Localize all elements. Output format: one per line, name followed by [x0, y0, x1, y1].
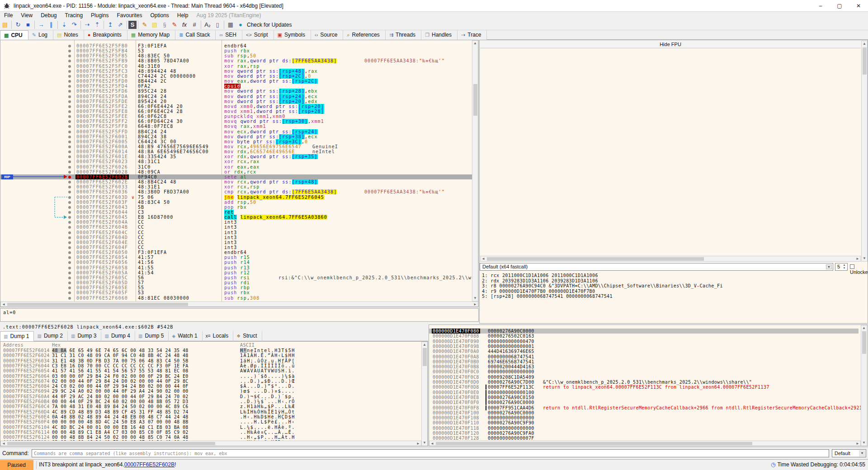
row-dot-icon[interactable]: [68, 146, 71, 148]
row-dot-icon[interactable]: [68, 75, 71, 78]
close-button[interactable]: ✕: [849, 0, 868, 12]
disasm-row[interactable]: 00007FF6E52F605E55push rbp: [0, 285, 472, 290]
row-dot-icon[interactable]: [68, 191, 71, 193]
disasm-row[interactable]: 00007FF6E52F5FD6895C24 28mov dword ptr s…: [0, 89, 472, 94]
menu-debug[interactable]: Debug: [37, 12, 61, 19]
run-icon[interactable]: →: [36, 20, 46, 30]
argument-line[interactable]: 1: rcx 2011000C1D1A1006 2011000C1D1A1006: [482, 273, 598, 278]
disasm-row[interactable]: 00007FF6E52F5FD40FA2cpuid: [0, 84, 472, 89]
tab-call-stack[interactable]: ≣Call Stack: [175, 30, 216, 40]
row-dot-icon[interactable]: [68, 256, 71, 259]
row-dot-icon[interactable]: [68, 80, 71, 83]
row-dot-icon[interactable]: [68, 171, 71, 174]
menu-options[interactable]: Options: [146, 12, 173, 19]
tab-notes[interactable]: ▤Notes: [53, 30, 84, 40]
row-dot-icon[interactable]: [68, 287, 71, 289]
disasm-row[interactable]: 00007FF6E52F6050F3:0F1EFAendbr64: [0, 250, 472, 255]
menu-plugins[interactable]: Plugins: [87, 12, 113, 19]
tab-threads[interactable]: ⇉Threads: [386, 30, 421, 40]
tab-dump-2[interactable]: ▥Dump 2: [34, 331, 67, 341]
stack-row[interactable]: 000000D1E470F08800000276502C0163: [429, 334, 859, 338]
stack-row[interactable]: 000000D1E470F0C00000000000000000: [429, 369, 859, 374]
tab-memory-map[interactable]: ▦Memory Map: [127, 30, 175, 40]
row-dot-icon[interactable]: [68, 50, 71, 52]
step-into-icon[interactable]: ⇣: [59, 20, 69, 30]
row-dot-icon[interactable]: [68, 226, 71, 229]
menu-help[interactable]: Help: [173, 12, 193, 19]
unlocked-checkbox[interactable]: Unlocked: [850, 264, 868, 275]
fx-icon[interactable]: fx: [179, 20, 189, 30]
stack-row[interactable]: 000000D1E470F0A80000000068747541: [429, 354, 859, 359]
disasm-row[interactable]: 00007FF6E52F5FB548:83EC 50sub rsp,50: [0, 53, 472, 58]
row-dot-icon[interactable]: [68, 131, 71, 133]
step-out-icon[interactable]: ⇡: [92, 20, 102, 30]
disasm-row[interactable]: 00007FF6E52F5FDE895424 20mov dword ptr s…: [0, 99, 472, 104]
row-dot-icon[interactable]: [68, 95, 71, 98]
row-dot-icon[interactable]: [68, 55, 71, 57]
disasm-row[interactable]: 00007FF6E52F602E48:8B4C24 48mov rcx,qwor…: [0, 179, 472, 184]
disasm-row[interactable]: 00007FF6E52F604BCCint3: [0, 225, 472, 230]
breakpoint-icon[interactable]: [68, 176, 71, 179]
argument-line[interactable]: 2: rdx 2039283D1D3A1106 2039283D1D3A1106: [482, 278, 598, 283]
tab-symbols[interactable]: ▣Symbols: [274, 30, 311, 40]
disasm-row[interactable]: 00007FF6E52F601448:BA 6E65496E74656C00mo…: [0, 149, 472, 154]
row-dot-icon[interactable]: [68, 105, 71, 108]
disasm-row[interactable]: 00007FF6E52F5FB453push rbx: [0, 48, 472, 53]
step-over-icon[interactable]: ↷: [69, 20, 79, 30]
argument-line[interactable]: 3: r8 00000276A90C94C0 &"3DVPATH=C:\\AMD…: [482, 283, 723, 288]
row-dot-icon[interactable]: [68, 65, 71, 68]
stack-row[interactable]: 000000D1E470F0B800000200444D4163: [429, 364, 859, 369]
disasm-row[interactable]: 00007FF6E52F6005C64424 3C 00mov byte ptr…: [0, 139, 472, 144]
tab-seh[interactable]: ∞SEH: [216, 30, 242, 40]
row-dot-icon[interactable]: [68, 261, 71, 264]
disasm-row[interactable]: 00007FF6E52F5FDA894C24 24mov dword ptr s…: [0, 94, 472, 99]
disasm-row[interactable]: 00007FF6E52F605F53push rbx: [0, 290, 472, 295]
chevron-down-icon[interactable]: ▼: [859, 450, 865, 456]
dump-hscrollbar[interactable]: ◄ ►: [0, 441, 421, 446]
run-to-user-code-icon[interactable]: ⇗: [115, 20, 125, 30]
stack-row[interactable]: 000000D1E470F0900000000000000470: [429, 339, 859, 344]
stack-row[interactable]: 000000D1E470F1180000000000000000: [429, 426, 859, 431]
check-for-updates-button[interactable]: Check for Updates: [247, 19, 292, 30]
row-dot-icon[interactable]: [68, 160, 71, 163]
row-dot-icon[interactable]: [68, 241, 71, 244]
tab-dump-1[interactable]: ▥Dump 1: [0, 331, 34, 341]
stack-hscrollbar[interactable]: ◄ ►: [429, 441, 861, 446]
row-dot-icon[interactable]: [68, 291, 71, 294]
disasm-row[interactable]: 00007FF6E52F604ECCint3: [0, 240, 472, 245]
disasm-row[interactable]: 00007FF6E52F5FF86648:0F7EC8movq rax,xmm1: [0, 124, 472, 129]
tab-struct[interactable]: ❖Struct: [233, 331, 262, 341]
row-dot-icon[interactable]: [68, 272, 71, 274]
row-dot-icon[interactable]: [68, 70, 71, 73]
disasm-row[interactable]: 00007FF6E52F5FC8C74424 2C 00000000mov dw…: [0, 74, 472, 79]
row-dot-icon[interactable]: [68, 186, 71, 188]
stack-vscrollbar[interactable]: ▲ ▼: [861, 325, 867, 446]
calling-convention-select[interactable]: Default (x64 fastcall) ▼: [480, 263, 833, 271]
disasm-row[interactable]: 00007FF6E52F604CCCint3: [0, 230, 472, 235]
row-dot-icon[interactable]: [68, 297, 71, 300]
disasm-row[interactable]: 00007FF6E52F603648:3B0D FBD37A00cmp rcx,…: [0, 189, 472, 194]
calculator-icon[interactable]: ▦: [226, 20, 236, 30]
dump-vscrollbar[interactable]: ▲ ▼: [421, 342, 428, 446]
tab-dump-3[interactable]: ▥Dump 3: [68, 331, 101, 341]
menu-file[interactable]: File: [0, 12, 17, 19]
status-message-address-link[interactable]: 00007FF6E52F602B: [124, 461, 175, 468]
disasm-row[interactable]: 00007FF6E52F603F48:83C4 50add rsp,50: [0, 200, 472, 205]
restart-icon[interactable]: ↻: [13, 20, 23, 30]
row-dot-icon[interactable]: [68, 120, 71, 123]
disasm-row[interactable]: 00007FF6E52F603348:31E1xor rcx,rsp: [0, 184, 472, 189]
menu-tracing[interactable]: Tracing: [61, 12, 87, 19]
registers-hscrollbar[interactable]: ◄ ►: [480, 256, 861, 262]
patch-icon[interactable]: ✎: [140, 20, 150, 30]
execute-till-return-icon[interactable]: ↥: [105, 20, 115, 30]
disasm-row[interactable]: 00007FF6E52F602848:09CAor rdx,rcx: [0, 169, 472, 174]
hash-icon[interactable]: #: [189, 20, 199, 30]
stack-row[interactable]: 000000D1E470F11000000276A90C9F90: [429, 420, 859, 425]
row-dot-icon[interactable]: [68, 45, 71, 47]
highlight-icon[interactable]: ✎: [170, 20, 179, 30]
stack-row[interactable]: 000000D1E470F0D800007FF6E52F113Creturn t…: [429, 385, 859, 390]
disasm-row[interactable]: 00007FF6E52F605841:55push r13: [0, 265, 472, 270]
stack-row[interactable]: 000000D1E470F08000000276A90C0000: [429, 329, 859, 334]
disasm-row[interactable]: 00007FF6E52F5FE866:0F6E4C24 28movd xmm1,…: [0, 109, 472, 114]
az-icon[interactable]: A₂: [203, 20, 212, 30]
